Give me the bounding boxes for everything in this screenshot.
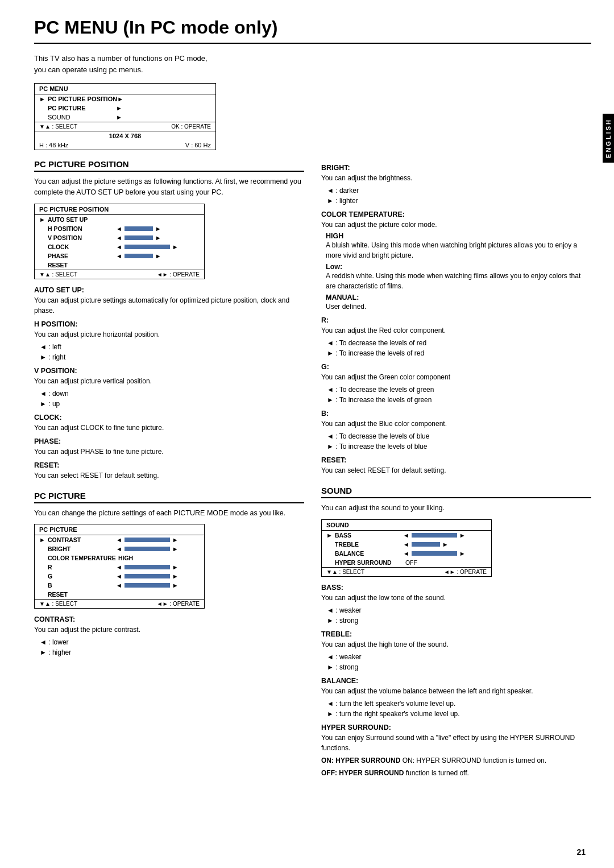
r-text: You can adjust the Red color component. — [321, 325, 591, 336]
pc-picture-position-menu-box: PC PICTURE POSITION ► AUTO SET UP ► H PO… — [34, 204, 205, 279]
pc-picture-position-intro: You can adjust the picture settings as f… — [34, 176, 304, 198]
pp-row-reset[interactable]: ► RESET — [35, 590, 204, 599]
manual-label: MANUAL: — [326, 294, 591, 301]
ppp-row-clock[interactable]: ► CLOCK ◄ ► — [35, 242, 204, 251]
ppp-row-auto[interactable]: ► AUTO SET UP — [35, 215, 204, 224]
pc-menu-row-picture[interactable]: ► PC PICTURE ► — [35, 104, 215, 113]
contrast-bullet-1: ► : higher — [34, 647, 304, 658]
g-text: You can adjust the Green color component — [321, 372, 591, 382]
sound-title: SOUND — [321, 486, 591, 498]
v-position-bullet-1: ► : up — [34, 399, 304, 409]
pp-menu-footer: ▼▲ : SELECT ◄► : OPERATE — [35, 599, 204, 608]
bright-text: You can adjust the brightness. — [321, 173, 591, 183]
sound-row-hyper[interactable]: ► HYPER SURROUND OFF — [322, 558, 491, 567]
high-label: HIGH — [326, 232, 591, 240]
contrast-bullet-0: ◄ : lower — [34, 637, 304, 647]
sound-menu-box: SOUND ► BASS ◄ ► ► TREBLE ◄ ► — [321, 519, 492, 577]
pp-row-b[interactable]: ► B ◄ ► — [35, 581, 204, 590]
pc-menu-row-picture-position[interactable]: ► PC PICTURE POSITION ► — [35, 94, 215, 104]
contrast-label: CONTRAST: — [34, 615, 304, 623]
g-bullet-0: ◄ : To decrease the levels of green — [321, 385, 591, 395]
sound-menu-footer: ▼▲ : SELECT ◄► : OPERATE — [322, 567, 491, 576]
pp-menu-header: PC PICTURE — [35, 524, 204, 535]
bright-bullet-0: ◄ : darker — [321, 185, 591, 196]
sound-row-balance[interactable]: ► BALANCE ◄ ► — [322, 549, 491, 558]
left-column: PC PICTURE POSITION You can adjust the p… — [34, 159, 304, 780]
pp-row-color-temp[interactable]: ► COLOR TEMPERATURE HIGH — [35, 553, 204, 563]
hyper-surround-off: OFF: HYPER SURROUND function is turned o… — [321, 768, 591, 778]
clock-text: You can adjust CLOCK to fine tune pictur… — [34, 423, 304, 433]
bass-bullet-0: ◄ : weaker — [321, 605, 591, 615]
pp-row-r[interactable]: ► R ◄ ► — [35, 563, 204, 572]
treble-label: TREBLE: — [321, 630, 591, 638]
sound-menu-header: SOUND — [322, 520, 491, 531]
manual-text: User defined. — [326, 301, 591, 312]
ppp-menu-footer: ▼▲ : SELECT ◄► : OPERATE — [35, 270, 204, 279]
auto-set-up-label: AUTO SET UP: — [34, 286, 304, 294]
freq-row: H : 48 kHz V : 60 Hz — [35, 140, 215, 150]
pc-menu-footer: ▼▲ : SELECT OK : OPERATE — [35, 122, 215, 131]
r-bullet-1: ► : To increase the levels of red — [321, 348, 591, 358]
pc-picture-title: PC PICTURE — [34, 491, 304, 503]
bass-text: You can adjust the low tone of the sound… — [321, 593, 591, 603]
bass-label: BASS: — [321, 584, 591, 592]
low-label: Low: — [326, 263, 591, 271]
resolution-row: 1024 X 768 — [35, 131, 215, 140]
page-number: 21 — [576, 848, 586, 857]
sound-row-treble[interactable]: ► TREBLE ◄ ► — [322, 540, 491, 549]
hyper-surround-label: HYPER SURROUND: — [321, 724, 591, 731]
pc-picture-menu-box: PC PICTURE ► CONTRAST ◄ ► ► BRIGHT ◄ ► — [34, 524, 205, 609]
intro-text: This TV also has a number of functions o… — [34, 53, 591, 75]
high-text: A bluish white. Using this mode when wat… — [326, 240, 591, 261]
ppp-row-hposition[interactable]: ► H POSITION ◄ ► — [35, 224, 204, 233]
b-bullet-1: ► : To increase the levels of blue — [321, 441, 591, 452]
phase-label: PHASE: — [34, 437, 304, 445]
clock-label: CLOCK: — [34, 414, 304, 421]
treble-text: You can adjust the high tone of the soun… — [321, 639, 591, 650]
sound-intro: You can adjust the sound to your liking. — [321, 503, 591, 514]
ppp-reset-label: RESET: — [34, 461, 304, 469]
bright-bullet-1: ► : lighter — [321, 196, 591, 206]
auto-set-up-text: You can adjust picture settings automati… — [34, 295, 304, 316]
g-bullet-1: ► : To increase the levels of green — [321, 395, 591, 405]
pc-menu-row-sound[interactable]: ► SOUND ► — [35, 113, 215, 122]
right-column: BRIGHT: You can adjust the brightness. ◄… — [321, 159, 591, 780]
pc-menu-header: PC MENU — [35, 84, 215, 94]
balance-text: You can adjust the volume balance betwee… — [321, 686, 591, 696]
pc-picture-position-title: PC PICTURE POSITION — [34, 159, 304, 172]
b-label: B: — [321, 410, 591, 418]
pp-row-contrast[interactable]: ► CONTRAST ◄ ► — [35, 535, 204, 544]
hyper-surround-on: ON: HYPER SURROUND ON: HYPER SURROUND fu… — [321, 755, 591, 766]
page-title: PC MENU (In PC mode only) — [34, 17, 591, 44]
bright-label: BRIGHT: — [321, 164, 591, 172]
balance-bullet-0: ◄ : turn the left speaker's volume level… — [321, 698, 591, 709]
sound-row-bass[interactable]: ► BASS ◄ ► — [322, 531, 491, 540]
h-position-bullet-1: ► : right — [34, 352, 304, 362]
phase-text: You can adjust PHASE to fine tune pictur… — [34, 447, 304, 457]
hyper-surround-text: You can enjoy Surround sound with a "liv… — [321, 733, 591, 753]
r-label: R: — [321, 316, 591, 324]
h-position-text: You can adjust picture horizontal positi… — [34, 329, 304, 340]
ppp-row-reset[interactable]: ► RESET — [35, 261, 204, 270]
pp-row-bright[interactable]: ► BRIGHT ◄ ► — [35, 544, 204, 553]
color-temp-label: COLOR TEMPERATURE: — [321, 210, 591, 218]
pc-picture-intro: You can change the picture settings of e… — [34, 508, 304, 519]
v-position-bullet-0: ◄ : down — [34, 388, 304, 399]
ppp-row-phase[interactable]: ► PHASE ◄ ► — [35, 251, 204, 261]
v-position-label: V POSITION: — [34, 367, 304, 375]
ppp-menu-header: PC PICTURE POSITION — [35, 204, 204, 215]
r-bullet-0: ◄ : To decrease the levels of red — [321, 338, 591, 348]
ppp-row-vposition[interactable]: ► V POSITION ◄ ► — [35, 233, 204, 242]
color-temp-text: You can adjust the picture color mode. — [321, 220, 591, 230]
contrast-text: You can adjust the picture contrast. — [34, 625, 304, 635]
low-text: A reddish white. Using this mode when wa… — [326, 271, 591, 291]
balance-label: BALANCE: — [321, 677, 591, 685]
treble-bullet-1: ► : strong — [321, 662, 591, 672]
balance-bullet-1: ► : turn the right speaker's volume leve… — [321, 709, 591, 719]
b-text: You can adjust the Blue color component. — [321, 419, 591, 429]
h-position-label: H POSITION: — [34, 320, 304, 328]
b-bullet-0: ◄ : To decrease the levels of blue — [321, 431, 591, 441]
treble-bullet-0: ◄ : weaker — [321, 652, 591, 662]
pp-row-g[interactable]: ► G ◄ ► — [35, 572, 204, 581]
pp-reset-label: RESET: — [321, 456, 591, 464]
